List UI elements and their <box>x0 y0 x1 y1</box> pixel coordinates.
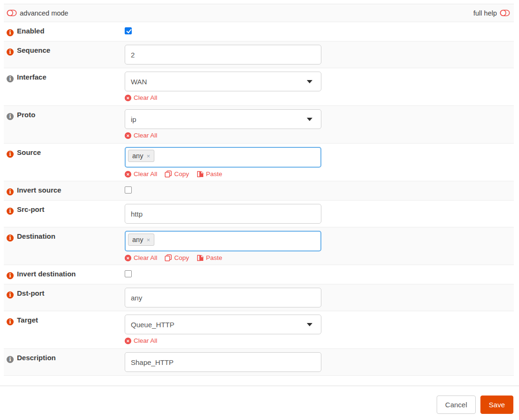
dialog-footer: Cancel Save <box>0 386 519 414</box>
field-row-description: iDescription <box>4 349 514 376</box>
enabled-label: Enabled <box>17 27 44 35</box>
invert-source-label: Invert source <box>17 186 61 194</box>
proto-label: Proto <box>17 111 35 119</box>
token-remove-icon[interactable]: × <box>146 153 150 160</box>
invert-source-checkbox[interactable] <box>125 186 132 194</box>
src-port-input[interactable] <box>125 204 321 224</box>
target-select[interactable]: Queue_HTTP <box>125 315 321 334</box>
destination-token-input[interactable]: any × <box>125 231 321 251</box>
save-button[interactable]: Save <box>480 396 513 414</box>
info-icon[interactable]: i <box>7 75 14 82</box>
token-remove-icon[interactable]: × <box>146 236 150 243</box>
advanced-mode-label: advanced mode <box>20 9 68 17</box>
copy-icon <box>165 170 172 178</box>
field-row-dst-port: iDst-port <box>4 284 514 311</box>
form-header-row: advanced mode full help <box>4 4 514 22</box>
field-row-sequence: iSequence <box>4 41 514 68</box>
toggle-off-icon <box>500 9 510 16</box>
advanced-mode-toggle[interactable]: advanced mode <box>7 9 68 17</box>
target-selected-value: Queue_HTTP <box>131 321 175 329</box>
cancel-button[interactable]: Cancel <box>437 396 476 414</box>
info-icon[interactable]: i <box>7 356 14 363</box>
paste-icon <box>197 254 204 261</box>
field-row-src-port: iSrc-port <box>4 201 514 227</box>
invert-destination-label: Invert destination <box>17 270 76 278</box>
clear-circle-icon: × <box>125 255 131 261</box>
info-icon[interactable]: i <box>7 208 14 215</box>
clear-circle-icon: × <box>125 132 131 139</box>
clear-circle-icon: × <box>125 95 131 101</box>
field-row-invert-destination: iInvert destination <box>4 265 514 284</box>
interface-selected-value: WAN <box>131 78 147 86</box>
field-row-invert-source: iInvert source <box>4 181 514 201</box>
description-label: Description <box>17 354 56 362</box>
enabled-checkbox[interactable] <box>125 27 132 34</box>
paste-icon <box>197 170 204 178</box>
chevron-down-icon <box>307 80 312 83</box>
invert-destination-checkbox[interactable] <box>125 270 132 277</box>
dst-port-label: Dst-port <box>17 289 44 297</box>
info-icon[interactable]: i <box>7 188 14 195</box>
source-clear-all-link[interactable]: × Clear All <box>125 170 157 178</box>
field-row-enabled: iEnabled <box>4 22 514 41</box>
source-paste-link[interactable]: Paste <box>197 170 223 178</box>
clear-circle-icon: × <box>125 338 131 344</box>
field-row-target: iTarget Queue_HTTP × Clear All <box>4 311 514 349</box>
info-icon[interactable]: i <box>7 291 14 299</box>
dst-port-input[interactable] <box>125 288 321 307</box>
destination-paste-link[interactable]: Paste <box>197 254 223 261</box>
clear-circle-icon: × <box>125 171 131 178</box>
full-help-label: full help <box>473 9 497 17</box>
target-label: Target <box>17 316 38 324</box>
chevron-down-icon <box>307 118 312 121</box>
sequence-label: Sequence <box>17 46 50 54</box>
source-label: Source <box>17 148 41 156</box>
rule-edit-form: advanced mode full help iEnabled iSequen… <box>4 4 514 376</box>
field-row-source: iSource any × × Clear All <box>4 144 514 181</box>
interface-select[interactable]: WAN <box>125 72 321 91</box>
interface-label: Interface <box>17 73 47 81</box>
destination-label: Destination <box>17 232 56 240</box>
copy-icon <box>165 254 172 261</box>
proto-selected-value: ip <box>131 115 136 123</box>
toggle-off-icon <box>7 9 17 16</box>
info-icon[interactable]: i <box>7 29 14 36</box>
full-help-toggle[interactable]: full help <box>473 9 510 17</box>
proto-clear-all-link[interactable]: × Clear All <box>125 132 157 139</box>
src-port-label: Src-port <box>17 205 44 213</box>
source-token-input[interactable]: any × <box>125 147 321 168</box>
interface-clear-all-link[interactable]: × Clear All <box>125 94 157 101</box>
info-icon[interactable]: i <box>7 151 14 158</box>
field-row-interface: iInterface WAN × Clear All <box>4 68 514 106</box>
field-row-proto: iProto ip × Clear All <box>4 106 514 144</box>
destination-clear-all-link[interactable]: × Clear All <box>125 254 157 261</box>
info-icon[interactable]: i <box>7 113 14 120</box>
info-icon[interactable]: i <box>7 272 14 279</box>
sequence-input[interactable] <box>125 45 321 65</box>
info-icon[interactable]: i <box>7 234 14 242</box>
source-token: any × <box>128 150 154 162</box>
target-clear-all-link[interactable]: × Clear All <box>125 337 157 344</box>
source-copy-link[interactable]: Copy <box>165 170 189 178</box>
info-icon[interactable]: i <box>7 48 14 56</box>
description-input[interactable] <box>125 352 321 372</box>
field-row-destination: iDestination any × × Clear All <box>4 227 514 265</box>
proto-select[interactable]: ip <box>125 109 321 129</box>
destination-copy-link[interactable]: Copy <box>165 254 189 261</box>
destination-token: any × <box>128 234 154 246</box>
info-icon[interactable]: i <box>7 318 14 325</box>
chevron-down-icon <box>307 323 312 326</box>
